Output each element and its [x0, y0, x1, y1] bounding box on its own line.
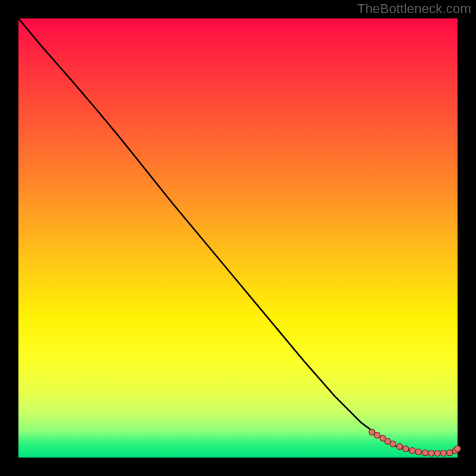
data-point	[455, 446, 461, 452]
data-point	[409, 447, 415, 453]
data-point	[403, 446, 409, 452]
data-point	[428, 450, 434, 456]
data-point	[440, 450, 446, 456]
main-curve	[18, 18, 458, 453]
chart-overlay	[18, 18, 458, 458]
attribution-label: TheBottleneck.com	[357, 1, 471, 17]
chart-frame: TheBottleneck.com	[0, 0, 476, 476]
data-points	[369, 429, 461, 456]
data-point	[390, 441, 396, 447]
data-point	[415, 449, 421, 455]
data-point	[374, 432, 380, 438]
data-point	[397, 444, 403, 450]
data-point	[447, 450, 453, 456]
data-point	[422, 450, 428, 456]
data-point	[434, 450, 440, 456]
